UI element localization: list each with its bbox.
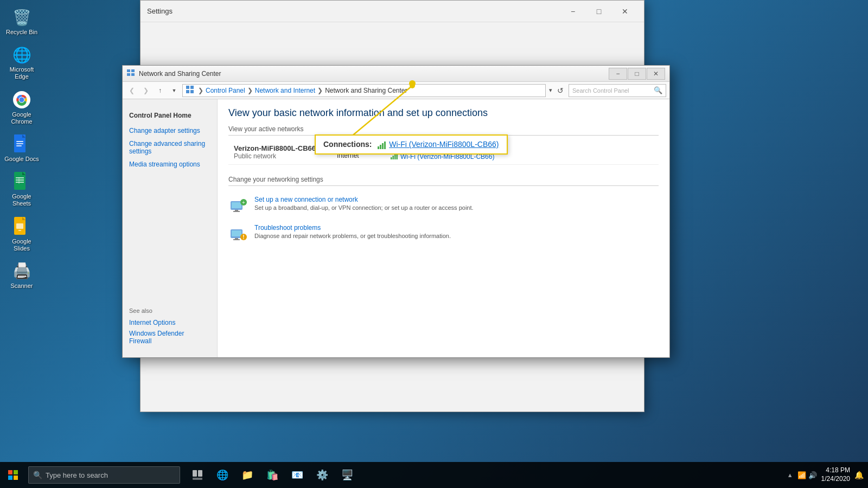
search-cp-placeholder: Search Control Panel [572,87,629,94]
taskbar-clock[interactable]: 4:18 PM 1/24/2020 [821,466,850,483]
google-docs-icon[interactable]: Google Docs [2,132,41,165]
sidebar-change-adapter[interactable]: Change adapter settings [123,125,217,136]
scanner-icon[interactable]: 🖨️ Scanner [2,259,41,292]
svg-rect-55 [198,470,202,477]
svg-rect-12 [16,177,24,178]
settings-titlebar: Settings − □ ✕ [141,1,644,22]
taskbar-extra-icon[interactable]: 🖥️ [335,463,359,487]
svg-rect-34 [235,210,238,211]
sidebar-nav: Control Panel Home Change adapter settin… [123,110,217,307]
change-settings-header: Change your networking settings [228,176,659,186]
volume-icon[interactable]: 🔊 [808,471,817,479]
chrome-image [12,90,31,110]
breadcrumb-arrow-2: ❯ [247,87,253,94]
google-chrome-icon[interactable]: Google Chrome [2,88,41,127]
back-button[interactable]: ❮ [126,85,138,97]
troubleshoot-text: Troubleshoot problems Diagnose and repai… [254,224,451,239]
breadcrumb-bar: ❯ Control Panel ❯ Network and Internet ❯… [182,84,546,97]
svg-rect-7 [16,141,23,142]
settings-minimize-button[interactable]: − [560,3,585,20]
docs-label: Google Docs [4,156,39,163]
svg-rect-47 [380,145,381,149]
network-window-title: Network and Sharing Center [139,70,609,78]
recent-button[interactable]: ▼ [168,85,180,97]
tooltip-wifi-link[interactable]: Wi-Fi (Verizon-MiFi8800L-CB66) [389,140,499,149]
sidebar-windows-firewall[interactable]: Windows Defender Firewall [129,328,210,346]
taskbar-date-display: 1/24/2020 [821,475,850,484]
sidebar-bottom-links: See also Internet Options Windows Defend… [123,307,217,346]
taskbar-file-explorer[interactable]: 📁 [235,463,259,487]
svg-rect-52 [8,476,12,480]
taskbar-edge-icon[interactable]: 🌐 [210,463,234,487]
forward-button[interactable]: ❯ [140,85,152,97]
notification-button[interactable]: 🔔 [854,471,864,479]
breadcrumb-control-panel[interactable]: Control Panel [206,87,245,94]
microsoft-edge-icon[interactable]: 🌐 Microsoft Edge [2,43,41,82]
recycle-bin-image: 🗑️ [12,8,31,27]
breadcrumb-network-internet[interactable]: Network and Internet [255,87,315,94]
svg-text:!: ! [242,234,244,240]
sidebar-change-advanced[interactable]: Change advanced sharing settings [123,138,217,157]
sidebar-media-streaming[interactable]: Media streaming options [123,159,217,170]
svg-rect-27 [190,90,194,93]
breadcrumb-arrow-1: ❯ [198,87,203,94]
setup-connection-desc: Set up a broadband, dial-up, or VPN conn… [254,204,474,211]
change-settings-section: Change your networking settings + [228,176,659,248]
svg-rect-18 [16,223,23,229]
chrome-label: Google Chrome [4,111,39,125]
settings-close-button[interactable]: ✕ [612,3,637,20]
taskbar-settings[interactable]: ⚙️ [310,463,334,487]
sidebar-internet-options[interactable]: Internet Options [129,317,210,328]
sidebar-control-panel-home[interactable]: Control Panel Home [123,110,217,121]
address-bar: ❮ ❯ ↑ ▼ ❯ Control Panel ❯ Network and In… [123,82,669,99]
google-slides-icon[interactable]: Google Slides [2,215,41,254]
svg-rect-19 [18,230,21,231]
svg-rect-30 [394,154,396,159]
setup-connection-text: Set up a new connection or network Set u… [254,196,474,211]
up-button[interactable]: ↑ [154,85,166,97]
taskbar-search-bar[interactable]: 🔍 Type here to search [28,466,180,484]
tooltip-callout: Connections: Wi-Fi (Verizon-MiFi8800L-CB… [315,134,508,155]
tooltip-pointer-dot [409,80,416,87]
taskbar-search-placeholder: Type here to search [46,471,108,479]
network-window-icon [127,69,136,78]
see-also-heading: See also [129,307,210,314]
svg-rect-40 [235,238,238,239]
taskbar-show-desktop[interactable]: ▲ [787,472,793,478]
network-minimize-button[interactable]: − [609,68,627,80]
svg-rect-48 [382,143,384,149]
taskbar: 🔍 Type here to search 🌐 📁 🛍️ 📧 ⚙️ 🖥️ ▲ 📶… [0,462,868,488]
recycle-bin-icon[interactable]: 🗑️ Recycle Bin [2,5,41,38]
troubleshoot-item[interactable]: ! Troubleshoot problems Diagnose and rep… [228,220,659,248]
google-sheets-icon[interactable]: Google Sheets [2,170,41,209]
start-button[interactable] [0,462,26,488]
network-titlebar: Network and Sharing Center − □ ✕ [123,66,669,82]
svg-rect-14 [16,182,24,183]
taskbar-store[interactable]: 🛍️ [260,463,284,487]
setup-connection-title[interactable]: Set up a new connection or network [254,196,474,203]
settings-window-title: Settings [147,7,560,15]
taskbar-icons: 🌐 📁 🛍️ 📧 ⚙️ 🖥️ [186,463,359,487]
network-status-icon[interactable]: 📶 [797,471,806,479]
tooltip-wifi-signal [377,140,389,149]
troubleshoot-title[interactable]: Troubleshoot problems [254,224,451,232]
taskbar-task-view[interactable] [186,463,209,487]
network-win-controls: − □ ✕ [609,68,665,80]
setup-connection-item[interactable]: + Set up a new connection or network Set… [228,191,659,220]
settings-maximize-button[interactable]: □ [586,3,611,20]
taskbar-mail[interactable]: 📧 [285,463,309,487]
desktop-icons-container: 🗑️ Recycle Bin 🌐 Microsoft Edge Google C… [0,0,43,412]
svg-rect-33 [232,202,241,208]
network-maximize-button[interactable]: □ [628,68,646,80]
content-page-title: View your basic network information and … [228,107,659,119]
svg-rect-50 [8,470,12,474]
svg-rect-9 [16,145,22,146]
search-control-panel[interactable]: Search Control Panel 🔍 [569,84,666,97]
address-dropdown-button[interactable]: ▾ [549,87,552,94]
network-close-button[interactable]: ✕ [647,68,665,80]
refresh-button[interactable]: ↺ [554,85,566,97]
svg-rect-23 [131,73,135,76]
slides-label: Google Slides [4,238,39,252]
edge-image: 🌐 [12,45,31,65]
breadcrumb-arrow-3: ❯ [317,87,323,94]
